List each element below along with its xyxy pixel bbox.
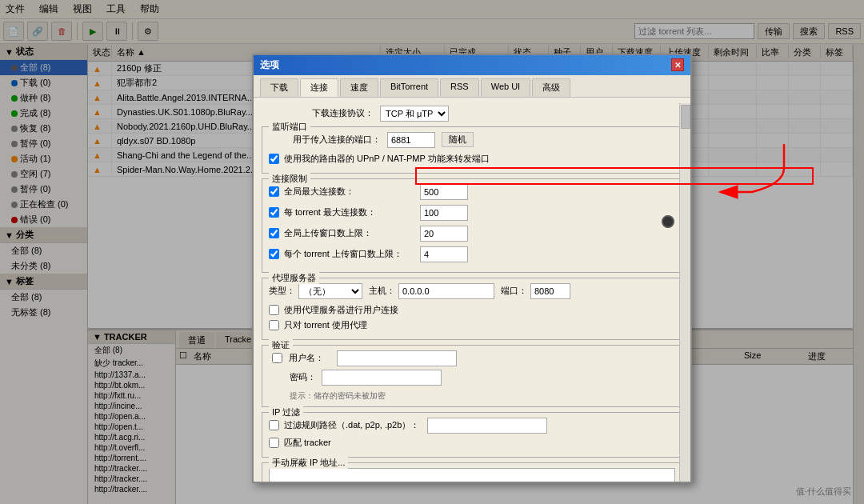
limit-label-1: 每 torrent 最大连接数： [284,206,420,218]
section-title-manual-ban: 手动屏蔽 IP 地址... [269,457,348,469]
limit-input-2[interactable] [420,226,468,242]
dialog-tab-webui[interactable]: Web UI [481,78,530,97]
auth-enable-checkbox[interactable] [272,353,282,363]
limit-row-0: 全局最大连接数： [269,184,675,200]
tracker-filter-label: 匹配 tracker [284,437,331,449]
dialog-tab-download[interactable]: 下载 [260,78,298,97]
connection-limits-section: 连接限制 全局最大连接数： 每 torrent 最大连接数： 全局上传窗口数上限… [262,178,682,273]
scroll-indicator [662,215,674,228]
tracker-filter-checkbox[interactable] [269,438,279,448]
proxy-host-input[interactable] [398,283,494,299]
proxy-port-input[interactable] [530,283,570,299]
scrollbar-thumb[interactable] [681,105,690,129]
random-port-btn[interactable]: 随机 [442,132,474,147]
port-row: 用于传入连接的端口： 随机 [269,132,675,148]
proxy-host-label: 主机： [369,285,395,297]
ip-filter-checkbox[interactable] [269,420,279,430]
dialog-tabs: 下载 连接 速度 BitTorrent RSS Web UI 高级 [254,75,690,98]
dialog-tab-rss[interactable]: RSS [440,78,479,97]
proxy-type-label: 类型： [269,285,295,297]
dialog-overlay: 选项 ✕ 下载 连接 速度 BitTorrent RSS Web UI 高级 下… [0,0,864,504]
proxy-torrent-row: 只对 torrent 使用代理 [269,319,675,331]
section-title-port: 监听端口 [269,121,310,133]
proxy-auth-row: 使用代理服务器进行用户连接 [269,304,675,316]
password-label: 密码： [290,371,322,383]
dialog-scrollbar[interactable] [679,103,690,482]
ip-filter-path-input[interactable] [427,418,547,434]
auth-section: 验证 用户名： 密码： 提示：储存的密码未被加密 [262,345,682,407]
protocol-row: 下载连接协议： TCP 和 μTP [262,106,682,122]
limit-label-0: 全局最大连接数： [284,186,420,198]
limit-checkbox-3[interactable] [269,249,279,259]
limit-input-0[interactable] [420,184,468,200]
username-row: 用户名： [289,350,457,366]
username-label: 用户名： [289,352,337,364]
limit-checkbox-2[interactable] [269,228,279,238]
limit-checkbox-1[interactable] [269,207,279,218]
dialog-tab-advanced[interactable]: 高级 [532,78,570,97]
manual-ban-textarea[interactable] [269,468,675,482]
upnp-label: 使用我的路由器的 UPnP / NAT-PMP 功能来转发端口 [284,153,490,165]
proxy-torrent-label: 只对 torrent 使用代理 [284,319,367,331]
dialog-connection-content: 下载连接协议： TCP 和 μTP 监听端口 用于传入连接的端口： 随机 使用我… [254,98,690,482]
limit-checkbox-0[interactable] [269,186,279,197]
limit-label-2: 全局上传窗口数上限： [284,227,420,239]
limit-row-2: 全局上传窗口数上限： [269,226,675,242]
limit-input-1[interactable] [420,205,468,221]
listening-port-section: 监听端口 用于传入连接的端口： 随机 使用我的路由器的 UPnP / NAT-P… [262,126,682,174]
options-dialog: 选项 ✕ 下载 连接 速度 BitTorrent RSS Web UI 高级 下… [252,54,692,483]
dialog-close-btn[interactable]: ✕ [671,58,684,71]
manual-ban-section: 手动屏蔽 IP 地址... [262,462,682,482]
upnp-row: 使用我的路由器的 UPnP / NAT-PMP 功能来转发端口 [269,153,675,165]
section-title-limits: 连接限制 [269,173,310,185]
dialog-title: 选项 [260,58,279,72]
port-input[interactable] [387,132,435,148]
proxy-port-label: 端口： [501,285,527,297]
dialog-tab-connection[interactable]: 连接 [300,78,338,97]
proxy-auth-label: 使用代理服务器进行用户连接 [284,304,398,316]
proxy-auth-checkbox[interactable] [269,305,279,315]
limit-row-1: 每 torrent 最大连接数： [269,205,675,221]
dialog-titlebar: 选项 ✕ [254,55,690,75]
username-input[interactable] [337,350,457,366]
dialog-tab-bittorrent[interactable]: BitTorrent [380,78,438,97]
proxy-type-select[interactable]: （无） [298,283,362,299]
limit-input-3[interactable] [420,246,468,262]
section-title-proxy: 代理服务器 [269,272,319,284]
protocol-select[interactable]: TCP 和 μTP [380,106,449,122]
ip-filter-section: IP 过滤 过滤规则路径（.dat, p2p, .p2b）： 匹配 tracke… [262,412,682,458]
limit-row-3: 每个 torrent 上传窗口数上限： [269,246,675,262]
proxy-torrent-checkbox[interactable] [269,320,279,330]
tracker-filter-row: 匹配 tracker [269,437,675,449]
port-label: 用于传入连接的端口： [269,134,381,146]
protocol-label: 下载连接协议： [262,107,374,119]
auth-hint: 提示：储存的密码未被加密 [269,390,675,402]
ip-filter-path-row: 过滤规则路径（.dat, p2p, .p2b）： [269,418,675,434]
upnp-checkbox[interactable] [269,154,279,164]
ip-filter-label: 过滤规则路径（.dat, p2p, .p2b）： [284,419,419,431]
section-title-auth: 验证 [269,339,293,351]
password-input[interactable] [322,370,442,386]
proxy-type-row: 类型： （无） 主机： 端口： [269,283,675,299]
section-title-ip-filter: IP 过滤 [269,406,303,418]
limit-label-3: 每个 torrent 上传窗口数上限： [284,248,420,260]
password-row: 密码： [269,370,675,386]
dialog-tab-speed[interactable]: 速度 [340,78,378,97]
proxy-section: 代理服务器 类型： （无） 主机： 端口： 使用代理服务器进行用户连接 [262,278,682,340]
